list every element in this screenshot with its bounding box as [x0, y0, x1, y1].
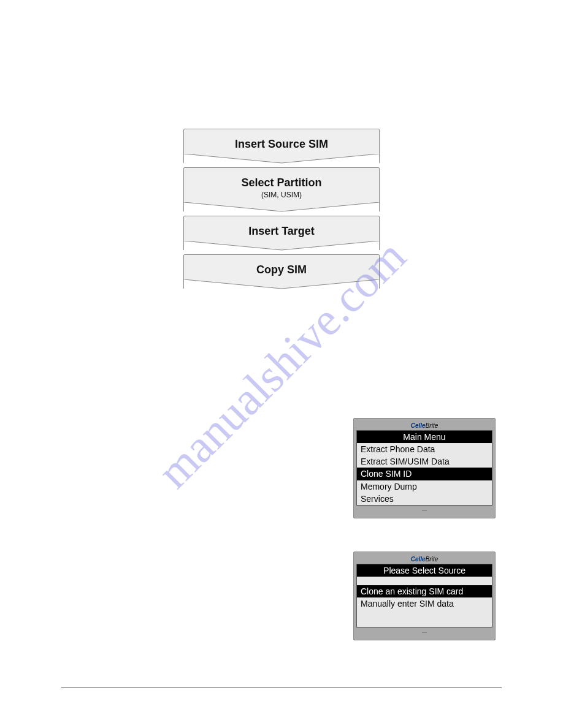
spacer	[357, 610, 492, 618]
flow-step-subtitle: (SIM, USIM)	[184, 191, 379, 199]
menu-item[interactable]: Extract SIM/USIM Data	[357, 455, 492, 468]
menu-item[interactable]: Manually enter SIM data	[357, 597, 492, 610]
device-screen-title: Main Menu	[357, 431, 492, 443]
menu-item[interactable]: Memory Dump	[357, 480, 492, 493]
flow-step-title: Insert Target	[184, 225, 379, 238]
flow-step-title: Copy SIM	[184, 264, 379, 276]
spacer	[357, 577, 492, 585]
device-logo: CelleBrite	[356, 555, 492, 564]
device-screen-main-menu: CelleBrite Main Menu Extract Phone Data …	[353, 418, 496, 518]
chevron-down-icon	[184, 202, 379, 212]
menu-item-selected[interactable]: Clone an existing SIM card	[357, 585, 492, 597]
flow-diagram: Insert Source SIM Select Partition (SIM,…	[183, 129, 380, 293]
flow-step-title: Select Partition	[184, 176, 379, 189]
chevron-down-icon	[184, 241, 379, 251]
device-footer: —	[356, 506, 492, 513]
menu-item[interactable]: Extract Phone Data	[357, 443, 492, 455]
flow-step-select-partition: Select Partition (SIM, USIM)	[183, 167, 380, 212]
menu-item[interactable]: Services	[357, 493, 492, 505]
device-screen-title: Please Select Source	[357, 564, 492, 577]
horizontal-rule	[61, 688, 502, 688]
chevron-down-icon	[184, 154, 379, 164]
device-display: Main Menu Extract Phone Data Extract SIM…	[356, 430, 492, 506]
device-logo: CelleBrite	[356, 421, 492, 430]
flow-step-title: Insert Source SIM	[184, 138, 379, 151]
chevron-down-icon	[184, 279, 379, 289]
logo-rest: Brite	[426, 556, 439, 563]
flow-step-insert-target: Insert Target	[183, 216, 380, 251]
flow-step-insert-source: Insert Source SIM	[183, 129, 380, 164]
device-screen-select-source: CelleBrite Please Select Source Clone an…	[353, 552, 496, 640]
logo-rest: Brite	[426, 422, 439, 429]
logo-bold: Celle	[411, 556, 426, 563]
spacer	[357, 618, 492, 627]
flow-step-copy-sim: Copy SIM	[183, 254, 380, 289]
logo-bold: Celle	[411, 422, 426, 429]
device-display: Please Select Source Clone an existing S…	[356, 564, 492, 628]
menu-item-selected[interactable]: Clone SIM ID	[357, 468, 492, 480]
device-footer: —	[356, 628, 492, 635]
